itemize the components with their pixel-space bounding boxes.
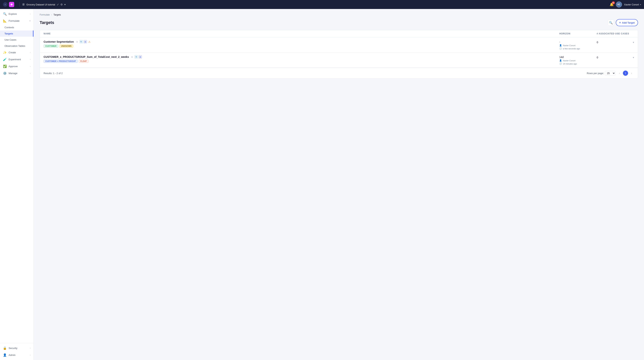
table-footer: Results: 1 - 2 of 2 Rows per page: 25 50… — [40, 68, 638, 78]
project-chevron-icon[interactable]: ▾ — [64, 3, 66, 6]
row2-count: 0 — [597, 56, 598, 59]
sidebar-item-approve[interactable]: ✅ Approve › — [0, 63, 34, 70]
row1-time-meta: 🕐 a few seconds ago — [559, 47, 597, 50]
create-chevron-icon: › — [30, 52, 30, 54]
col-header-use-cases: # Associated Use Cases — [597, 32, 634, 35]
row1-count: 0 — [597, 41, 598, 44]
topbar-right: 🔔 40 XC Xavier Conort ▾ — [610, 2, 641, 8]
copy-icon[interactable]: ⧉ — [134, 55, 138, 59]
sidebar-item-security[interactable]: 🔒 Security › — [0, 345, 34, 351]
page-header: Targets 🔍 + Add Target — [40, 19, 638, 26]
experiment-icon: 🧪 — [3, 58, 7, 61]
rows-per-page: Rows per page: 25 50 100 — [587, 71, 616, 76]
row2-expand-chevron-icon[interactable]: ▾ — [633, 56, 634, 59]
row1-name: Customer Segmentation — [44, 40, 74, 43]
row2-name: CUSTOMER_x_PRODUCTGROUP_Sum_of_TotalCost… — [44, 55, 129, 58]
col-header-name: Name — [44, 32, 559, 35]
logo — [9, 2, 14, 7]
targets-table: Name Horizon # Associated Use Cases Cust… — [40, 30, 638, 79]
row1-name-row: Customer Segmentation ℹ ⧉ ⊞ ⚠ — [44, 40, 559, 44]
experiment-chevron-icon: › — [30, 58, 30, 61]
sidebar-bottom-section: 🔒 Security › 👤 Admin › — [0, 343, 34, 360]
sidebar-item-manage[interactable]: ⚙️ Manage › — [0, 70, 34, 77]
formulate-chevron-icon: ▾ — [30, 20, 30, 22]
sidebar-item-formulate[interactable]: 📐 Formulate ▾ — [0, 18, 34, 24]
approve-icon: ✅ — [3, 65, 7, 68]
add-target-button[interactable]: + Add Target — [616, 19, 638, 26]
formulate-icon: 📐 — [3, 19, 7, 23]
app-container: ‹ 🖥 Grocery Dataset UI tutorial ⤢ ⚙ ▾ 🔔 … — [0, 0, 644, 360]
rows-per-page-select[interactable]: 25 50 100 — [605, 71, 616, 76]
row1-time: a few seconds ago — [563, 48, 580, 50]
topbar-project: 🖥 Grocery Dataset UI tutorial ⤢ ⚙ ▾ — [22, 3, 66, 6]
table-icon[interactable]: ⊞ — [84, 40, 87, 44]
topbar-divider — [20, 2, 20, 7]
sidebar-item-create[interactable]: ✨ Create › — [0, 49, 34, 56]
security-chevron-icon: › — [30, 347, 30, 349]
table-row: CUSTOMER_x_PRODUCTGROUP_Sum_of_TotalCost… — [40, 53, 638, 68]
sidebar-item-explore[interactable]: 🔍 Explore › — [0, 11, 34, 18]
topbar: ‹ 🖥 Grocery Dataset UI tutorial ⤢ ⚙ ▾ 🔔 … — [0, 0, 644, 9]
sidebar-main-section: 🔍 Explore › 📐 Formulate ▾ Contexts Targe… — [0, 9, 34, 78]
sidebar-item-use-cases[interactable]: Use Cases — [0, 37, 34, 43]
clock-icon: 🕐 — [559, 47, 562, 50]
pagination: Rows per page: 25 50 100 ‹ 1 › — [587, 71, 634, 76]
table-header: Name Horizon # Associated Use Cases — [40, 30, 638, 38]
row2-time: 14 minutes ago — [563, 63, 577, 65]
row1-tags: CUSTOMER UNKNOWN — [44, 45, 559, 48]
breadcrumb-separator: › — [51, 14, 52, 16]
sidebar-collapse-button[interactable]: ‹ — [3, 2, 8, 7]
share-icon[interactable]: ⤢ — [57, 3, 59, 6]
page-title: Targets — [40, 20, 54, 25]
user-chevron-icon: ▾ — [640, 4, 641, 6]
row2-count-col: 0 ▾ — [597, 55, 634, 59]
manage-chevron-icon: › — [30, 72, 30, 74]
add-icon: + — [619, 21, 621, 24]
row1-user-meta: 👤 Xavier Conort — [559, 44, 597, 47]
info-icon[interactable]: ℹ — [130, 55, 134, 59]
user-icon: 👤 — [559, 44, 562, 47]
table-icon[interactable]: ⊞ — [138, 55, 142, 59]
admin-chevron-icon: › — [30, 354, 30, 356]
row2-user-meta: 👤 Xavier Conort — [559, 59, 597, 62]
tag-cx-pg: CUSTOMER × PRODUCTGROUP — [44, 60, 78, 63]
approve-chevron-icon: › — [30, 65, 30, 67]
rows-per-page-label: Rows per page: — [587, 72, 604, 75]
page-nav: ‹ 1 › — [617, 71, 634, 76]
breadcrumb-parent[interactable]: Formulate — [40, 14, 50, 16]
row2-name-row: CUSTOMER_x_PRODUCTGROUP_Sum_of_TotalCost… — [44, 55, 559, 59]
copy-icon[interactable]: ⧉ — [80, 40, 83, 44]
sidebar-item-admin[interactable]: 👤 Admin › — [0, 351, 34, 358]
row2-tags: CUSTOMER × PRODUCTGROUP FLOAT — [44, 60, 559, 63]
notification-button[interactable]: 🔔 40 — [610, 3, 614, 7]
results-text: Results: 1 - 2 of 2 — [44, 72, 63, 75]
tag-unknown: UNKNOWN — [59, 45, 73, 48]
monitor-icon: 🖥 — [22, 3, 25, 6]
breadcrumb: Formulate › Targets — [40, 14, 638, 16]
settings-icon[interactable]: ⚙ — [60, 3, 63, 6]
info-icon[interactable]: ℹ — [75, 40, 79, 44]
create-icon: ✨ — [3, 51, 7, 54]
clock-icon: 🕐 — [559, 63, 562, 65]
row1-expand-chevron-icon[interactable]: ▾ — [633, 41, 634, 44]
admin-icon: 👤 — [3, 353, 7, 357]
row1-meta-col: - 👤 Xavier Conort 🕐 a few seconds ago — [559, 40, 597, 50]
explore-chevron-icon: › — [30, 13, 30, 15]
sidebar-item-targets[interactable]: Targets — [0, 31, 34, 37]
manage-icon: ⚙️ — [3, 72, 7, 75]
user-menu[interactable]: Xavier Conort ▾ — [624, 3, 641, 6]
row2-user: Xavier Conort — [563, 60, 575, 62]
prev-page-button[interactable]: ‹ — [617, 71, 622, 76]
search-button[interactable]: 🔍 — [608, 20, 614, 26]
page-1-button[interactable]: 1 — [623, 71, 628, 76]
next-page-button[interactable]: › — [629, 71, 634, 76]
row2-icons: ℹ ⧉ ⊞ — [130, 55, 142, 59]
sidebar-item-contexts[interactable]: Contexts — [0, 24, 34, 31]
row1-count-col: 0 ▾ — [597, 40, 634, 44]
breadcrumb-current: Targets — [54, 14, 61, 16]
add-button-label: Add Target — [622, 21, 635, 24]
sidebar-item-observation-tables[interactable]: Observation Tables — [0, 43, 34, 49]
notification-badge: 40 — [612, 1, 615, 4]
sidebar-item-experiment[interactable]: 🧪 Experiment › — [0, 56, 34, 63]
tag-customer: CUSTOMER — [44, 45, 58, 48]
